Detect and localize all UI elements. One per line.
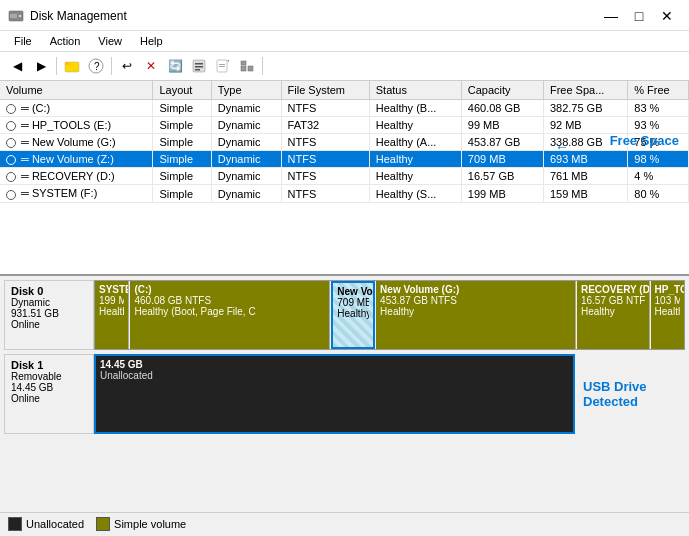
legend-unalloc-label: Unallocated: [26, 518, 84, 530]
cell-fs: NTFS: [281, 168, 369, 185]
disk-0-status: Online: [11, 319, 87, 330]
cell-type: Dynamic: [211, 168, 281, 185]
back-button[interactable]: ◀: [6, 55, 28, 77]
refresh-button[interactable]: 🔄: [164, 55, 186, 77]
part-z-name: New Volum: [337, 286, 369, 297]
partition-unallocated[interactable]: 14.45 GB Unallocated: [96, 356, 573, 432]
annotation-arrow: ←: [555, 139, 569, 155]
cell-volume: ═ HP_TOOLS (E:): [0, 117, 153, 134]
table-row[interactable]: ═ HP_TOOLS (E:) Simple Dynamic FAT32 Hea…: [0, 117, 689, 134]
partition-g[interactable]: New Volume (G:) 453.87 GB NTFS Healthy: [376, 281, 576, 349]
table-row[interactable]: ═ RECOVERY (D:) Simple Dynamic NTFS Heal…: [0, 168, 689, 185]
disk-0-label: Disk 0 Dynamic 931.51 GB Online: [4, 280, 94, 350]
menu-action[interactable]: Action: [42, 33, 89, 49]
delete-button[interactable]: ✕: [140, 55, 162, 77]
toolbar-separator-3: [262, 57, 263, 75]
part-unalloc-name: 14.45 GB: [100, 359, 569, 370]
snap-icon: [239, 58, 255, 74]
svg-rect-14: [219, 66, 225, 67]
cell-capacity: 453.87 GB: [461, 134, 543, 151]
disk-map[interactable]: Disk 0 Dynamic 931.51 GB Online SYSTEM 1…: [0, 276, 689, 512]
table-row[interactable]: ═ SYSTEM (F:) Simple Dynamic NTFS Health…: [0, 185, 689, 202]
svg-rect-13: [219, 64, 225, 65]
table-row[interactable]: ═ New Volume (G:) Simple Dynamic NTFS He…: [0, 134, 689, 151]
help-icon: ?: [88, 58, 104, 74]
cell-volume: ═ New Volume (Z:): [0, 151, 153, 168]
part-system-info1: 199 MB N: [99, 295, 124, 306]
properties-button[interactable]: [188, 55, 210, 77]
export-icon: [215, 58, 231, 74]
legend-unalloc-box: [8, 517, 22, 531]
forward-button[interactable]: ▶: [30, 55, 52, 77]
menu-help[interactable]: Help: [132, 33, 171, 49]
col-volume[interactable]: Volume: [0, 81, 153, 100]
part-hp-info1: 103 MB: [655, 295, 680, 306]
menu-file[interactable]: File: [6, 33, 40, 49]
toolbar: ◀ ▶ ? ↩ ✕ 🔄: [0, 52, 689, 81]
col-layout[interactable]: Layout: [153, 81, 211, 100]
cell-fs: NTFS: [281, 134, 369, 151]
col-capacity[interactable]: Capacity: [461, 81, 543, 100]
folder-button[interactable]: [61, 55, 83, 77]
cell-free: 761 MB: [543, 168, 627, 185]
cell-layout: Simple: [153, 117, 211, 134]
maximize-button[interactable]: □: [625, 6, 653, 26]
disk-0-name: Disk 0: [11, 285, 87, 297]
svg-point-1: [18, 14, 22, 18]
cell-fs: NTFS: [281, 185, 369, 202]
legend: Unallocated Simple volume: [0, 512, 689, 535]
part-hp-name: HP_TOC: [655, 284, 680, 295]
cell-type: Dynamic: [211, 151, 281, 168]
part-system-info2: Healthy (: [99, 306, 124, 317]
table-row[interactable]: ═ New Volume (Z:) Simple Dynamic NTFS He…: [0, 151, 689, 168]
menu-bar: File Action View Help: [0, 31, 689, 52]
col-filesystem[interactable]: File System: [281, 81, 369, 100]
part-z-info1: 709 MB NTF: [337, 297, 369, 308]
main-content: Volume Layout Type File System Status Ca…: [0, 81, 689, 535]
usb-label-line2: Detected: [583, 394, 685, 409]
minimize-button[interactable]: —: [597, 6, 625, 26]
col-status[interactable]: Status: [369, 81, 461, 100]
cell-capacity: 199 MB: [461, 185, 543, 202]
part-g-info1: 453.87 GB NTFS: [380, 295, 571, 306]
table-row[interactable]: ═ (C:) Simple Dynamic NTFS Healthy (B...…: [0, 100, 689, 117]
col-type[interactable]: Type: [211, 81, 281, 100]
part-g-info2: Healthy: [380, 306, 571, 317]
properties-icon: [191, 58, 207, 74]
partition-c[interactable]: (C:) 460.08 GB NTFS Healthy (Boot, Page …: [130, 281, 330, 349]
cell-volume: ═ RECOVERY (D:): [0, 168, 153, 185]
cell-status: Healthy: [369, 117, 461, 134]
cell-capacity: 99 MB: [461, 117, 543, 134]
disk-1-name: Disk 1: [11, 359, 87, 371]
partition-newvol-z[interactable]: New Volum 709 MB NTF Healthy: [331, 281, 375, 349]
partition-system[interactable]: SYSTEM 199 MB N Healthy (: [95, 281, 129, 349]
part-z-info2: Healthy: [337, 308, 369, 319]
partition-recovery[interactable]: RECOVERY (D:) 16.57 GB NTFS Healthy: [577, 281, 650, 349]
cell-layout: Simple: [153, 100, 211, 117]
cell-type: Dynamic: [211, 185, 281, 202]
undo-button[interactable]: ↩: [116, 55, 138, 77]
disk-0-row: Disk 0 Dynamic 931.51 GB Online SYSTEM 1…: [4, 280, 685, 350]
part-system-name: SYSTEM: [99, 284, 124, 295]
disk-0-type: Dynamic: [11, 297, 87, 308]
export-button[interactable]: [212, 55, 234, 77]
cell-layout: Simple: [153, 151, 211, 168]
col-freespace[interactable]: Free Spa...: [543, 81, 627, 100]
cell-free: 92 MB: [543, 117, 627, 134]
cell-status: Healthy (A...: [369, 134, 461, 151]
partition-hptools[interactable]: HP_TOC 103 MB Healthy: [651, 281, 684, 349]
snap-button[interactable]: [236, 55, 258, 77]
cell-fs: FAT32: [281, 117, 369, 134]
col-pctfree[interactable]: % Free: [628, 81, 689, 100]
title-bar: Disk Management — □ ✕: [0, 0, 689, 31]
cell-pct: 80 %: [628, 185, 689, 202]
close-button[interactable]: ✕: [653, 6, 681, 26]
cell-type: Dynamic: [211, 100, 281, 117]
disk-1-row: Disk 1 Removable 14.45 GB Online 14.45 G…: [4, 354, 685, 434]
cell-capacity: 460.08 GB: [461, 100, 543, 117]
cell-free: 382.75 GB: [543, 100, 627, 117]
help-button[interactable]: ?: [85, 55, 107, 77]
legend-simple-box: [96, 517, 110, 531]
menu-view[interactable]: View: [90, 33, 130, 49]
legend-simple: Simple volume: [96, 517, 186, 531]
